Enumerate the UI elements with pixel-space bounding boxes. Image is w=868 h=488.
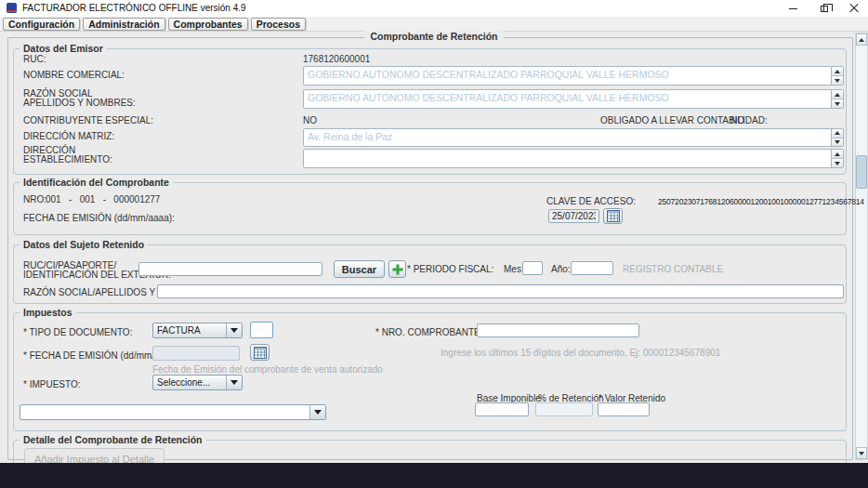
obligado-contabilidad-value: NO — [730, 115, 744, 125]
nombre-comercial-spinner[interactable] — [831, 67, 843, 85]
spinner-down-button[interactable] — [832, 138, 843, 147]
arrow-up-icon — [835, 152, 840, 156]
page-title: Comprobante de Retención — [0, 31, 868, 42]
nro-value: 001 - 001 - 000001277 — [46, 194, 160, 204]
sujeto-razon-social-input[interactable] — [157, 284, 844, 298]
menu-comprobantes[interactable]: Comprobantes — [168, 18, 248, 31]
chevron-down-icon — [226, 323, 242, 337]
ruc-value: 1768120600001 — [303, 54, 370, 64]
spinner-down-button[interactable] — [832, 76, 843, 85]
nombre-comercial-label: NOMBRE COMERCIAL: — [23, 70, 125, 80]
nro-comprobante-hint: Ingrese los últimos 15 dígitos del docum… — [441, 348, 720, 358]
add-sujeto-button[interactable] — [388, 260, 406, 278]
window-title: FACTURADOR ELECTRÓNICO OFFLINE versión 4… — [22, 3, 246, 13]
contribuyente-especial-value: NO — [303, 115, 317, 125]
tipo-documento-select[interactable]: FACTURA — [152, 323, 243, 338]
arrow-down-icon — [835, 140, 840, 144]
close-icon — [849, 4, 859, 13]
direccion-establecimiento-spinner[interactable] — [831, 150, 843, 167]
close-button[interactable] — [840, 0, 868, 17]
impuesto-select[interactable]: Seleccione... — [152, 375, 243, 390]
spinner-down-button[interactable] — [832, 99, 843, 108]
taskbar — [0, 463, 868, 488]
razon-social-field[interactable]: GOBIERNO AUTONOMO DESCENTRALIZADO PARROQ… — [303, 89, 844, 109]
nro-comprobante-label: * NRO. COMPROBANTE: — [375, 327, 483, 337]
calendar-icon — [254, 347, 267, 359]
arrow-down-icon — [859, 452, 864, 455]
razon-social-label: RAZÓN SOCIAL APELLIDOS Y NOMBRES: — [23, 89, 136, 108]
anio-label: Año: — [551, 264, 571, 274]
calendar-icon — [607, 210, 620, 222]
group-sujeto-retenido: Datos del Sujeto Retenido RUC/CI/PASAPOR… — [13, 244, 847, 304]
direccion-establecimiento-field[interactable] — [303, 149, 844, 168]
impuesto-label: * IMPUESTO: — [23, 379, 81, 389]
arrow-up-icon — [835, 93, 840, 97]
fecha-emision-doc-calendar-button[interactable] — [250, 344, 270, 361]
fecha-emision-doc-input — [152, 346, 240, 361]
direccion-matriz-label: DIRECCIÓN MATRIZ: — [23, 131, 114, 141]
tipo-documento-aux-input[interactable] — [250, 322, 273, 338]
anio-input[interactable] — [571, 261, 613, 275]
clave-acceso-value: 2507202307176812060000120010010000012771… — [658, 197, 864, 206]
direccion-matriz-spinner[interactable] — [831, 129, 843, 146]
fecha-emision-input[interactable] — [548, 209, 599, 223]
title-bar: FACTURADOR ELECTRÓNICO OFFLINE versión 4… — [0, 0, 868, 17]
spinner-up-button[interactable] — [832, 90, 843, 99]
minimize-icon — [789, 8, 797, 9]
direccion-establecimiento-label: DIRECCIÓN ESTABLECIMIENTO: — [23, 146, 112, 165]
group-impuestos: Impuestos * TIPO DE DOCUMENTO: FACTURA *… — [13, 312, 847, 431]
spinner-up-button[interactable] — [832, 129, 843, 138]
impuesto-detalle-select[interactable] — [20, 404, 326, 420]
restore-button[interactable] — [810, 0, 838, 17]
spinner-up-button[interactable] — [832, 150, 843, 159]
razon-social-spinner[interactable] — [831, 90, 843, 108]
menu-procesos[interactable]: Procesos — [251, 18, 306, 31]
periodo-fiscal-label: * PERIODO FISCAL: — [407, 264, 493, 274]
arrow-down-icon — [835, 162, 840, 165]
chevron-down-icon — [309, 405, 325, 419]
nro-comprobante-input[interactable] — [477, 323, 639, 337]
fecha-emision-doc-hint: Fecha de Emisión del comprobante de vent… — [152, 364, 383, 375]
clave-acceso-label: CLAVE DE ACCESO: — [546, 196, 636, 206]
fecha-emision-label: FECHA DE EMISIÓN (dd/mm/aaaa): — [23, 213, 175, 223]
menu-bar: Configuración Administración Comprobante… — [0, 17, 868, 32]
restore-icon — [821, 6, 828, 12]
base-imponible-input[interactable] — [475, 402, 529, 416]
tipo-documento-label: * TIPO DE DOCUMENTO: — [23, 327, 132, 337]
scrollbar-up-button[interactable] — [856, 33, 867, 46]
arrow-up-icon — [859, 38, 864, 42]
arrow-down-icon — [835, 102, 840, 106]
chevron-down-icon — [226, 376, 242, 389]
vertical-scrollbar[interactable] — [855, 33, 868, 460]
sujeto-identificacion-input[interactable] — [138, 262, 322, 276]
group-title: Detalle del Comprobante de Retención — [20, 434, 206, 445]
spinner-up-button[interactable] — [832, 67, 843, 76]
minimize-button[interactable] — [779, 0, 807, 17]
fecha-emision-calendar-button[interactable] — [603, 208, 623, 224]
contribuyente-especial-label: CONTRIBUYENTE ESPECIAL: — [23, 115, 153, 125]
arrow-down-icon — [835, 79, 840, 83]
sri-logo-icon — [7, 3, 17, 13]
group-title: Datos del Emisor — [20, 43, 107, 54]
buscar-button[interactable]: Buscar — [334, 260, 385, 278]
scrollbar-down-button[interactable] — [856, 447, 867, 459]
group-title: Datos del Sujeto Retenido — [20, 239, 148, 250]
nombre-comercial-field[interactable]: GOBIERNO AUTONOMO DESCENTRALIZADO PARROQ… — [303, 66, 844, 86]
ruc-label: RUC: — [23, 54, 46, 64]
group-title: Impuestos — [20, 307, 76, 318]
group-datos-emisor: Datos del Emisor RUC: 1768120600001 NOMB… — [13, 48, 847, 175]
valor-retenido-input[interactable] — [598, 402, 650, 416]
registro-contable-label: REGISTRO CONTABLE — [623, 264, 723, 274]
menu-administracion[interactable]: Administración — [83, 18, 164, 31]
arrow-up-icon — [835, 131, 840, 135]
group-title: Identificación del Comprobante — [20, 177, 173, 188]
mes-input[interactable] — [522, 261, 543, 275]
menu-configuracion[interactable]: Configuración — [3, 18, 80, 31]
plus-icon — [396, 264, 399, 274]
spinner-down-button[interactable] — [832, 159, 843, 167]
direccion-matriz-field[interactable]: Av. Reina de la Paz — [303, 128, 844, 147]
scrollbar-thumb[interactable] — [856, 155, 867, 189]
group-identificacion: Identificación del Comprobante NRO: 001 … — [13, 182, 847, 235]
arrow-up-icon — [835, 70, 840, 73]
porcentaje-retencion-input — [535, 402, 593, 416]
